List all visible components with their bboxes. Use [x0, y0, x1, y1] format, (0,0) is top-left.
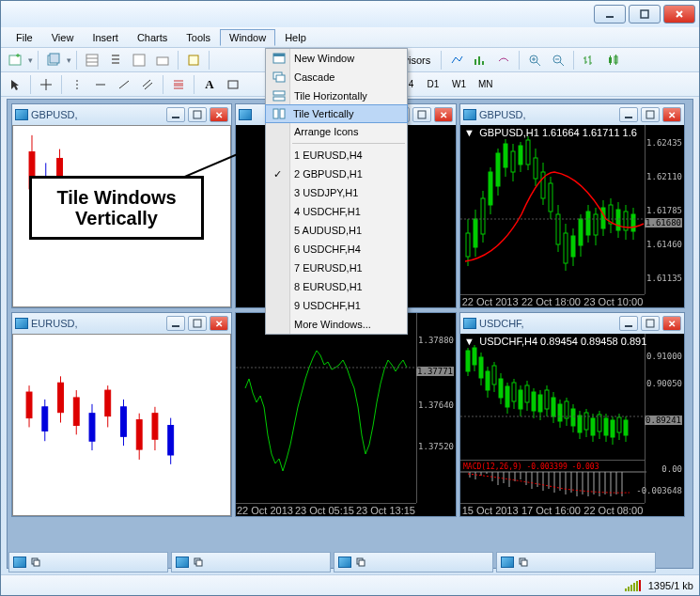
hline-icon[interactable] — [90, 74, 111, 95]
minimize-button[interactable] — [594, 5, 626, 24]
menu-win-4[interactable]: 4 USDCHF,H1 — [266, 202, 407, 221]
child-close-button[interactable]: ✕ — [662, 316, 681, 331]
chart-titlebar[interactable]: EURUSD, ✕ — [12, 313, 231, 334]
svg-rect-53 — [534, 158, 537, 179]
svg-rect-33 — [646, 111, 654, 118]
menu-file[interactable]: File — [7, 29, 42, 46]
cursor-icon[interactable] — [5, 74, 25, 95]
menu-help[interactable]: Help — [275, 29, 316, 46]
menu-win-6[interactable]: 6 USDCHF,H4 — [266, 240, 407, 259]
chart-titlebar[interactable]: GBPUSD, ✕ — [460, 104, 684, 125]
zoom-in-icon[interactable] — [524, 50, 545, 71]
crosshair-icon[interactable] — [36, 74, 56, 95]
menu-charts[interactable]: Charts — [128, 29, 177, 46]
vline-icon[interactable] — [67, 74, 87, 95]
menu-win-2[interactable]: ✓2 GBPUSD,H1 — [266, 165, 407, 183]
chart-tab[interactable] — [496, 552, 656, 572]
menu-win-1[interactable]: 1 EURUSD,H4 — [266, 146, 407, 165]
menu-new-window[interactable]: New Window — [266, 49, 407, 68]
svg-rect-131 — [538, 395, 542, 412]
menu-window[interactable]: Window — [220, 29, 275, 46]
channel-icon[interactable] — [137, 74, 158, 95]
child-maximize-button[interactable] — [188, 107, 207, 122]
trendline-icon[interactable] — [114, 74, 134, 95]
indicator-icon[interactable] — [446, 50, 467, 71]
market-watch-icon[interactable] — [82, 50, 102, 71]
menu-win-9[interactable]: 9 USDCHF,H1 — [266, 296, 407, 315]
chart-titlebar[interactable]: USDCHF, ✕ — [460, 313, 684, 334]
maximize-button[interactable] — [629, 5, 661, 24]
restore-icon — [518, 557, 529, 568]
menu-win-8[interactable]: 8 EURUSD,H1 — [266, 277, 407, 296]
child-maximize-button[interactable] — [412, 107, 431, 122]
chart-tab[interactable] — [334, 552, 493, 572]
tf-w1[interactable]: W1 — [447, 75, 471, 94]
svg-rect-139 — [565, 401, 568, 418]
child-maximize-button[interactable] — [641, 107, 660, 122]
chart-titlebar[interactable]: GBPUSD, ✕ — [12, 104, 231, 125]
chart-window-gbpusd-h1[interactable]: GBPUSD, ✕ ▼ GBPUSD,H1 1.61664 1.61711 1.… — [459, 103, 685, 308]
profiles-icon[interactable] — [43, 50, 64, 71]
chart-tab[interactable] — [171, 552, 331, 572]
chart-canvas[interactable]: ▼ USDCHF,H4 0.89454 0.89458 0.891 0.9100… — [460, 334, 684, 516]
chart-canvas[interactable]: ▼ GBPUSD,H1 1.61664 1.61711 1.6 1.62435 … — [460, 125, 684, 307]
chart-icon — [501, 557, 514, 568]
menu-view[interactable]: View — [42, 29, 84, 46]
svg-rect-137 — [558, 404, 562, 421]
menu-more-windows[interactable]: More Windows... — [266, 315, 407, 334]
menu-win-5[interactable]: 5 AUDUSD,H1 — [266, 221, 407, 240]
menu-tile-horizontal[interactable]: Tile Horizontally — [266, 86, 407, 105]
menu-tile-vertical[interactable]: Tile Vertically — [265, 104, 408, 123]
svg-rect-39 — [481, 198, 485, 234]
svg-rect-115 — [486, 371, 490, 390]
menu-win-7[interactable]: 7 EURUSD,H1 — [266, 259, 407, 277]
bar-chart-icon[interactable] — [579, 50, 599, 71]
new-order-icon[interactable] — [183, 50, 204, 71]
chart-canvas[interactable] — [12, 334, 231, 516]
child-maximize-button[interactable] — [188, 316, 207, 331]
periodicity-icon[interactable] — [470, 50, 490, 71]
child-close-button[interactable]: ✕ — [434, 107, 453, 122]
svg-rect-7 — [157, 57, 168, 65]
menu-cascade[interactable]: Cascade — [266, 68, 407, 86]
fibo-icon[interactable] — [168, 74, 189, 95]
chart-window-middle-bottom[interactable]: 1.37880 1.37771 1.37640 1.37520 22 Oct 2… — [235, 312, 457, 517]
menu-insert[interactable]: Insert — [83, 29, 128, 46]
chart-canvas[interactable]: 1.37880 1.37771 1.37640 1.37520 22 Oct 2… — [236, 313, 456, 516]
child-minimize-button[interactable] — [166, 107, 185, 122]
terminal-icon[interactable] — [152, 50, 173, 71]
child-minimize-button[interactable] — [619, 107, 638, 122]
svg-rect-6 — [133, 55, 145, 66]
child-close-button[interactable]: ✕ — [210, 316, 228, 331]
navigator-icon[interactable] — [105, 50, 126, 71]
tf-mn[interactable]: MN — [474, 75, 498, 94]
child-minimize-button[interactable] — [619, 316, 638, 331]
menu-tools[interactable]: Tools — [177, 29, 220, 46]
tf-d1[interactable]: D1 — [422, 75, 444, 94]
chart-icon — [176, 557, 189, 568]
svg-rect-18 — [276, 75, 285, 82]
chart-window-usdchf[interactable]: USDCHF, ✕ ▼ USDCHF,H4 0.89454 0.89458 0.… — [459, 312, 685, 517]
child-maximize-button[interactable] — [641, 316, 660, 331]
text-label-icon[interactable] — [223, 74, 243, 95]
data-window-icon[interactable] — [129, 50, 149, 71]
template-icon[interactable] — [493, 50, 514, 71]
svg-rect-113 — [479, 357, 483, 378]
chart-tab[interactable] — [8, 552, 168, 572]
child-close-button[interactable]: ✕ — [210, 107, 228, 122]
chart-window-eurusd[interactable]: EURUSD, ✕ — [11, 312, 232, 517]
close-button[interactable] — [663, 5, 695, 24]
svg-rect-109 — [466, 351, 470, 371]
text-icon[interactable]: A — [199, 74, 220, 95]
menu-arrange-icons[interactable]: Arrange Icons — [266, 122, 407, 141]
svg-rect-21 — [273, 109, 278, 118]
menu-win-3[interactable]: 3 USDJPY,H1 — [266, 183, 407, 202]
svg-rect-22 — [280, 109, 285, 118]
candle-chart-icon[interactable] — [602, 50, 623, 71]
svg-rect-37 — [474, 219, 477, 247]
svg-rect-106 — [625, 325, 632, 327]
child-close-button[interactable]: ✕ — [662, 107, 681, 122]
zoom-out-icon[interactable] — [548, 50, 568, 71]
child-minimize-button[interactable] — [166, 316, 185, 331]
new-chart-icon[interactable] — [5, 50, 25, 71]
